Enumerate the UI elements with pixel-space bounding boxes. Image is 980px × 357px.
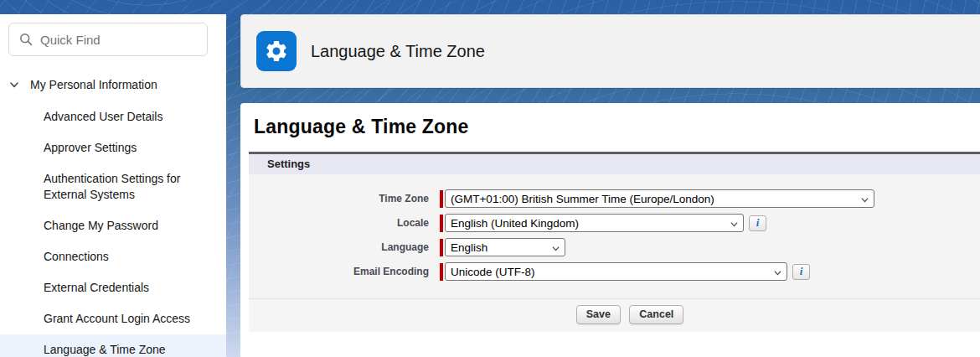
- sidebar-item-connections[interactable]: Connections: [0, 241, 226, 272]
- sidebar-item-grant-account-login-access[interactable]: Grant Account Login Access: [0, 303, 226, 334]
- quick-find-box[interactable]: [8, 23, 208, 56]
- page-title: Language & Time Zone: [254, 116, 980, 138]
- email-encoding-label: Email Encoding: [249, 266, 440, 277]
- email-encoding-select[interactable]: Unicode (UTF-8): [445, 262, 787, 281]
- sidebar-item-authentication-settings[interactable]: Authentication Settings for External Sys…: [0, 163, 219, 210]
- sidebar-section-my-personal-information[interactable]: My Personal Information: [8, 78, 226, 91]
- info-icon[interactable]: i: [792, 264, 810, 280]
- required-indicator: [440, 190, 443, 208]
- search-icon: [19, 33, 33, 46]
- sidebar-item-advanced-user-details[interactable]: Advanced User Details: [0, 101, 226, 132]
- form-footer: Save Cancel: [249, 298, 980, 332]
- settings-panel: Settings Time Zone (GMT+01:00) British S…: [249, 152, 980, 332]
- app-background: My Personal Information Advanced User De…: [0, 0, 980, 357]
- email-encoding-row: Email Encoding Unicode (UTF-8) i: [249, 262, 980, 281]
- language-select[interactable]: English: [445, 238, 565, 256]
- locale-label: Locale: [249, 217, 440, 229]
- quick-find-input[interactable]: [40, 33, 183, 47]
- required-indicator: [440, 239, 443, 256]
- language-row: Language English: [249, 238, 980, 256]
- sidebar-item-language-time-zone[interactable]: Language & Time Zone: [0, 334, 226, 357]
- locale-select[interactable]: English (United Kingdom): [445, 214, 744, 232]
- sidebar-item-change-my-password[interactable]: Change My Password: [0, 210, 226, 241]
- cancel-button[interactable]: Cancel: [629, 305, 683, 324]
- info-icon[interactable]: i: [749, 215, 766, 231]
- time-zone-select[interactable]: (GMT+01:00) British Summer Time (Europe/…: [445, 189, 874, 208]
- sidebar-item-approver-settings[interactable]: Approver Settings: [0, 132, 226, 163]
- settings-section-header: Settings: [249, 154, 980, 174]
- required-indicator: [440, 263, 443, 281]
- sidebar-item-external-credentials[interactable]: External Credentials: [0, 272, 226, 303]
- locale-row: Locale English (United Kingdom) i: [249, 214, 980, 232]
- language-label: Language: [249, 241, 440, 253]
- main-content: Language & Time Zone Settings Time Zone …: [240, 103, 980, 357]
- page-header-card: Language & Time Zone: [240, 14, 980, 88]
- chevron-down-icon[interactable]: [8, 79, 20, 91]
- setup-gear-tile: [256, 31, 297, 71]
- time-zone-row: Time Zone (GMT+01:00) British Summer Tim…: [249, 189, 980, 208]
- required-indicator: [440, 215, 443, 232]
- time-zone-label: Time Zone: [249, 193, 440, 204]
- setup-sidebar: My Personal Information Advanced User De…: [0, 14, 226, 357]
- gear-icon: [264, 39, 289, 64]
- settings-form: Time Zone (GMT+01:00) British Summer Tim…: [249, 174, 980, 298]
- sidebar-item-list: Advanced User Details Approver Settings …: [0, 101, 226, 357]
- header-title: Language & Time Zone: [311, 42, 485, 61]
- save-button[interactable]: Save: [576, 305, 621, 324]
- sidebar-section-label: My Personal Information: [30, 78, 157, 91]
